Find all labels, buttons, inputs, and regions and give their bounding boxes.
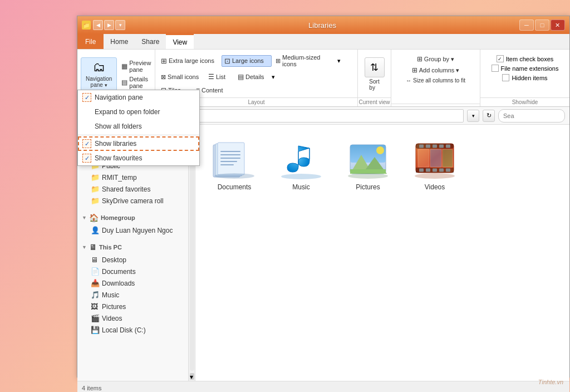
details-btn[interactable]: ▤ Details [235, 72, 269, 82]
hidden-items-check[interactable] [502, 74, 509, 81]
list-btn[interactable]: ☰ List [206, 72, 234, 82]
show-favourites-label: Show favourites [95, 154, 142, 162]
file-explorer-window: 📁 ◀ ▶ ▾ Libraries ─ □ ✕ File Home Share … [77, 16, 570, 378]
sidebar-item-downloads[interactable]: 📥 Downloads [77, 277, 188, 289]
size-columns-icon: ↔ [406, 77, 411, 84]
svg-rect-24 [446, 145, 450, 148]
show-folders-check-icon [82, 122, 91, 131]
music-label: Music [292, 183, 309, 191]
downloads-icon: 📥 [91, 279, 100, 287]
window-controls: ─ □ ✕ [519, 19, 565, 31]
ribbon-current-view: ⊞ Group by ▾ ⊞ Add columns ▾ ↔ Size all … [391, 50, 480, 106]
menu-share[interactable]: Share [135, 34, 166, 49]
sh-label: Show/hide [480, 97, 569, 105]
dropdown-nav-pane[interactable]: ✓ Navigation pane [78, 90, 199, 105]
user-icon: 👤 [91, 226, 100, 234]
menu-bar: File Home Share View [77, 34, 569, 50]
folder-item-videos[interactable]: Videos [407, 136, 463, 196]
folder-item-documents[interactable]: Documents [207, 136, 262, 196]
item-checkboxes-check[interactable] [497, 55, 504, 62]
sidebar-item-pictures[interactable]: 🖼 Pictures [77, 301, 188, 312]
sidebar-item-rmit[interactable]: 📁 RMIT_temp [77, 171, 188, 183]
svg-rect-22 [433, 145, 437, 148]
thispc-label: This PC [99, 244, 122, 251]
svg-point-8 [214, 173, 254, 179]
preview-pane-btn[interactable]: ▦ Preview pane [119, 58, 153, 74]
add-columns-btn[interactable]: ⊞ Add columns ▾ [410, 65, 462, 75]
folder-item-pictures[interactable]: Pictures [340, 136, 396, 196]
nav-pane-button[interactable]: 🗂 Navigationpane ▾ [81, 57, 117, 91]
extra-large-icons-btn[interactable]: ⊞ Extra large icons [159, 56, 220, 66]
refresh-btn[interactable]: ↻ [483, 110, 495, 122]
size-columns-btn[interactable]: ↔ Size all columns to fit [404, 76, 468, 85]
back-button[interactable]: ◀ [93, 20, 103, 30]
thispc-header[interactable]: ▼ 🖥 This PC [77, 241, 188, 254]
menu-home[interactable]: Home [104, 34, 135, 49]
window-title: Libraries [308, 21, 336, 30]
sidebar-item-shared-favorites[interactable]: 📁 Shared favorites [77, 183, 188, 195]
close-button[interactable]: ✕ [551, 19, 565, 31]
dropdown-show-libraries[interactable]: ✓ Show libraries [78, 136, 199, 151]
sort-by-btn[interactable]: ⇅ [365, 57, 385, 77]
hidden-items-label: Hidden items [512, 75, 547, 81]
menu-view[interactable]: View [166, 34, 194, 49]
down-button[interactable]: ▾ [115, 20, 125, 30]
addr-dropdown-btn[interactable]: ▾ [467, 110, 479, 122]
svg-rect-31 [430, 149, 441, 167]
pictures-folder-icon [346, 141, 390, 181]
sidebar-item-music[interactable]: 🎵 Music [77, 289, 188, 301]
sidebar-item-skydrive[interactable]: 📁 SkyDrive camera roll [77, 195, 188, 207]
dropdown-divider1 [78, 135, 199, 135]
show-libraries-check-icon: ✓ [82, 139, 91, 148]
svg-rect-15 [350, 169, 386, 174]
menu-file[interactable]: File [77, 34, 104, 49]
scroll-down-btn[interactable]: ▾ [190, 373, 194, 380]
show-favourites-check-icon: ✓ [82, 154, 91, 163]
group-by-btn[interactable]: ⊞ Group by ▾ [415, 54, 456, 64]
file-ext-check[interactable] [492, 65, 499, 72]
small-icons-btn[interactable]: ⊠ Small icons [159, 72, 204, 82]
folder-item-music[interactable]: Music [273, 136, 329, 196]
dropdown-show-favourites[interactable]: ✓ Show favourites [78, 151, 199, 165]
layout-scroll2-btn[interactable]: ▾ [271, 74, 276, 81]
sidebar-item-desktop[interactable]: 🖥 Desktop [77, 254, 188, 266]
dropdown-show-folders[interactable]: Show all folders [78, 119, 199, 134]
videos-label: Videos [425, 183, 445, 191]
svg-rect-32 [443, 149, 453, 167]
watermark: Tinhte.vn [538, 379, 563, 385]
thispc-arrow: ▼ [82, 244, 87, 250]
videos-folder-icon [412, 141, 457, 181]
svg-rect-26 [426, 169, 430, 172]
minimize-button[interactable]: ─ [519, 19, 534, 31]
documents-icon: 📄 [91, 267, 100, 276]
scroll-track[interactable] [190, 135, 194, 371]
el-icons-icon: ⊞ [161, 57, 167, 65]
forward-button[interactable]: ▶ [104, 20, 114, 30]
svg-rect-20 [419, 145, 424, 148]
sidebar-item-localdisk[interactable]: 💾 Local Disk (C:) [77, 324, 188, 336]
search-input[interactable] [498, 109, 565, 122]
pane-buttons: ▦ Preview pane ▤ Details pane [119, 58, 153, 90]
layout-scroll-btn[interactable]: ▾ [336, 57, 342, 65]
maximize-button[interactable]: □ [535, 19, 549, 31]
sidebar-item-documents[interactable]: 📄 Documents [77, 266, 188, 277]
sidebar-item-user[interactable]: 👤 Duy Luan Nguyen Ngoc [77, 224, 188, 236]
details-pane-btn[interactable]: ▤ Details pane [119, 75, 153, 90]
svg-point-16 [348, 173, 388, 179]
nav-pane-icon: 🗂 [93, 60, 105, 75]
medium-icons-btn[interactable]: ⊞ Medium-sized icons [273, 53, 335, 68]
show-folders-label: Show all folders [95, 122, 142, 130]
nav-pane-check-icon: ✓ [82, 93, 91, 102]
sort-by-label: Sortby [369, 79, 379, 91]
svg-rect-21 [426, 145, 430, 148]
dropdown-expand[interactable]: Expand to open folder [78, 105, 199, 119]
file-ext-row: File name extensions [492, 65, 559, 72]
content-area: Documents [195, 125, 569, 381]
homegroup-icon: 🏠 [89, 213, 99, 222]
sidebar-item-videos[interactable]: 🎬 Videos [77, 312, 188, 324]
list-icon: ☰ [208, 73, 214, 81]
homegroup-header[interactable]: ▼ 🏠 Homegroup [77, 211, 188, 224]
group-by-icon: ⊞ [417, 55, 422, 63]
large-icons-btn[interactable]: ⊡ Large icons [222, 55, 272, 67]
window-icon: 📁 [82, 21, 91, 30]
